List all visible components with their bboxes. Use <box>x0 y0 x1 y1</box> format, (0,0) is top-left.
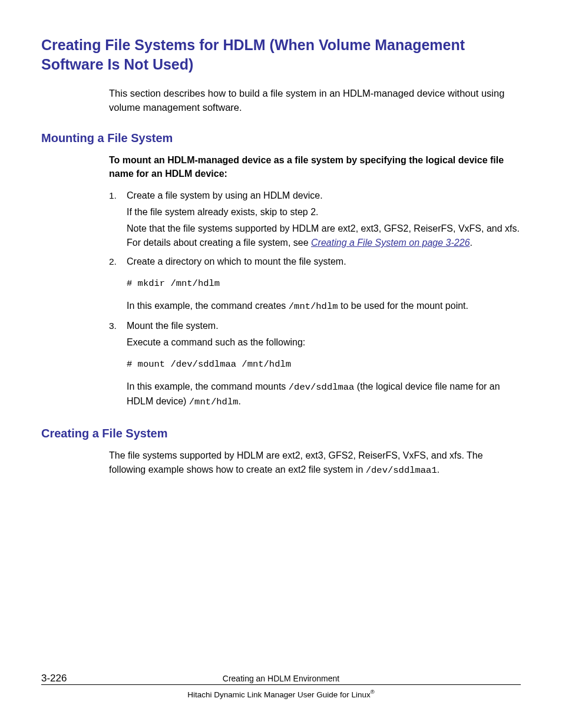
step-2: 2. Create a directory on which to mount … <box>109 255 521 317</box>
text: . <box>437 465 439 475</box>
intro-paragraph: This section describes how to build a fi… <box>109 87 521 115</box>
code-mount: # mount /dev/sddlmaa /mnt/hdlm <box>127 358 521 371</box>
step1-p2: If the file system already exists, skip … <box>127 205 521 219</box>
code-mkdir: # mkdir /mnt/hdlm <box>127 277 521 291</box>
page-number: 3-226 <box>41 673 112 684</box>
creating-fs-paragraph: The file systems supported by HDLM are e… <box>109 449 521 477</box>
step1-p1: Create a file system by using an HDLM de… <box>127 189 521 203</box>
footer-chapter: Creating an HDLM Environment <box>112 674 450 683</box>
step-marker: 3. <box>109 319 127 412</box>
footer-book-title: Hitachi Dynamic Link Manager User Guide … <box>41 689 521 699</box>
registered-icon: ® <box>371 689 375 695</box>
inline-code: /mnt/hdlm <box>189 397 239 407</box>
step2-p2: In this example, the command creates /mn… <box>127 299 521 314</box>
step3-p2: Execute a command such as the following: <box>127 335 521 350</box>
text: In this example, the command mounts <box>127 381 289 391</box>
inline-code: /dev/sddlmaa <box>289 382 355 393</box>
mounting-lead: To mount an HDLM-managed device as a fil… <box>109 153 521 180</box>
text: In this example, the command creates <box>127 301 289 311</box>
ordered-list: 1. Create a file system by using an HDLM… <box>109 189 521 411</box>
step-marker: 1. <box>109 189 127 252</box>
step3-p1: Mount the file system. <box>127 319 521 333</box>
cross-ref-link[interactable]: Creating a File System on page 3-226 <box>311 238 470 248</box>
text: to be used for the mount point. <box>338 301 468 311</box>
step-1: 1. Create a file system by using an HDLM… <box>109 189 521 252</box>
heading-creating-fs: Creating a File System <box>41 427 521 440</box>
step2-p1: Create a directory on which to mount the… <box>127 255 521 269</box>
book-title-text: Hitachi Dynamic Link Manager User Guide … <box>187 690 371 699</box>
inline-code: /mnt/hdlm <box>289 301 338 312</box>
step-3: 3. Mount the file system. Execute a comm… <box>109 319 521 412</box>
step1-p3-tail: . <box>470 238 472 248</box>
page-footer: 3-226 Creating an HDLM Environment Hitac… <box>41 673 521 699</box>
inline-code: /dev/sddlmaa1 <box>366 465 437 476</box>
step1-p3: Note that the file systems supported by … <box>127 222 521 250</box>
step3-p3: In this example, the command mounts /dev… <box>127 380 521 410</box>
text: . <box>239 396 241 406</box>
step-marker: 2. <box>109 255 127 317</box>
heading-mounting: Mounting a File System <box>41 131 521 145</box>
heading-1: Creating File Systems for HDLM (When Vol… <box>41 35 521 74</box>
